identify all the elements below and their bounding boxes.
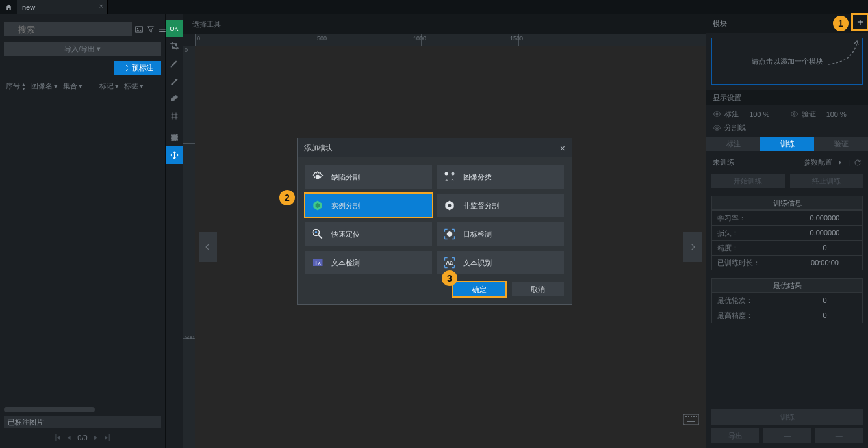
svg-text:Aa: Aa: [446, 259, 453, 266]
dialog-close-icon[interactable]: ×: [560, 143, 565, 153]
svg-line-35: [319, 235, 322, 239]
add-module-dialog: 添加模块 × 缺陷分割 AB 图像分类 实例分割 非监督分割 快速定位: [297, 138, 572, 305]
text-scan-icon: Aa: [442, 256, 457, 270]
opt-obj-det[interactable]: 目标检测: [437, 222, 564, 246]
dialog-ok-button[interactable]: 确定: [453, 282, 505, 296]
classify-icon: AB: [442, 170, 457, 184]
svg-text:A: A: [318, 261, 321, 265]
text-box-icon: TA: [311, 256, 325, 270]
opt-defect-seg[interactable]: 缺陷分割: [305, 165, 432, 189]
opt-text-rec[interactable]: Aa 文本识别: [437, 251, 564, 274]
svg-text:B: B: [452, 178, 454, 182]
dialog-title: 添加模块: [304, 143, 333, 153]
dialog-cancel-button[interactable]: 取消: [512, 282, 564, 296]
hexagon-icon: [311, 198, 325, 213]
svg-point-25: [316, 175, 320, 179]
svg-point-27: [452, 172, 455, 176]
svg-point-36: [315, 231, 317, 233]
opt-image-cls[interactable]: AB 图像分类: [437, 165, 564, 189]
svg-point-33: [448, 204, 452, 207]
magnifier-icon: [311, 227, 325, 241]
dialog-overlay: 添加模块 × 缺陷分割 AB 图像分类 实例分割 非监督分割 快速定位: [0, 0, 868, 448]
opt-unsup-seg[interactable]: 非监督分割: [437, 194, 564, 217]
callout-1: 1: [833, 16, 849, 31]
opt-text-det[interactable]: TA 文本检测: [305, 251, 432, 274]
gear-icon: [311, 170, 325, 184]
callout-3: 3: [442, 270, 457, 286]
svg-text:T: T: [314, 259, 318, 266]
opt-fast-loc[interactable]: 快速定位: [305, 222, 432, 246]
add-module-plus-button[interactable]: [853, 15, 867, 29]
svg-text:A: A: [445, 178, 448, 182]
nut-icon: [442, 198, 457, 213]
bbox-nut-icon: [442, 227, 457, 241]
svg-marker-37: [447, 231, 452, 237]
callout-2: 2: [279, 190, 295, 205]
svg-point-26: [445, 172, 448, 176]
opt-instance-seg[interactable]: 实例分割: [305, 194, 432, 217]
